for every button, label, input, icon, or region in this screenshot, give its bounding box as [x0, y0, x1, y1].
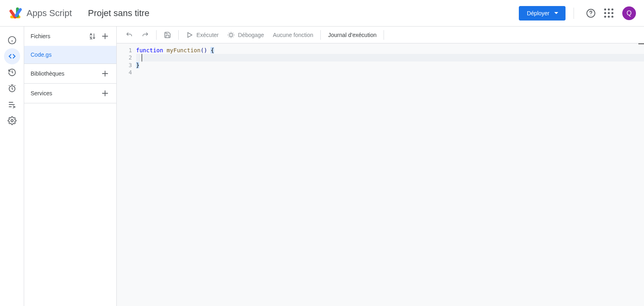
- line-number: 1: [117, 47, 132, 54]
- nav-rail: [0, 27, 24, 306]
- sort-az-icon[interactable]: [86, 30, 99, 43]
- deploy-label: Déployer: [527, 10, 549, 16]
- services-label: Services: [31, 90, 99, 97]
- execution-log-button[interactable]: Journal d'exécution: [324, 29, 380, 41]
- sidebar: Fichiers Code.gs Bibliothèques: [24, 27, 117, 306]
- apps-script-logo-icon: [8, 6, 23, 21]
- project-title[interactable]: Projet sans titre: [88, 8, 150, 18]
- rail-triggers-icon[interactable]: [4, 80, 20, 97]
- add-library-icon[interactable]: [99, 67, 111, 80]
- help-icon[interactable]: [586, 8, 596, 18]
- files-label: Fichiers: [31, 33, 86, 39]
- no-function-label: Aucune fonction: [273, 32, 313, 38]
- rail-editor-icon[interactable]: [4, 48, 20, 64]
- files-section-header: Fichiers: [24, 27, 116, 46]
- svg-point-5: [590, 15, 591, 16]
- rail-executions-icon[interactable]: [4, 97, 20, 113]
- separator: [178, 30, 179, 40]
- line-number: 4: [117, 69, 132, 76]
- function-selector[interactable]: Aucune fonction: [269, 29, 317, 41]
- main-area: Exécuter Débogage Aucune fonction Journa…: [117, 27, 644, 306]
- add-file-icon[interactable]: [99, 30, 111, 43]
- deploy-button[interactable]: Déployer: [519, 6, 566, 21]
- line-number: 3: [117, 62, 132, 69]
- separator: [320, 30, 321, 40]
- code-content[interactable]: function myFunction() { }: [136, 43, 644, 306]
- text-cursor: [142, 54, 142, 61]
- dropdown-triangle-icon: [554, 12, 558, 14]
- editor-toolbar: Exécuter Débogage Aucune fonction Journa…: [117, 27, 644, 43]
- file-code-gs[interactable]: Code.gs: [24, 46, 116, 64]
- svg-point-21: [230, 33, 233, 37]
- file-name: Code.gs: [31, 51, 52, 58]
- svg-point-13: [11, 119, 13, 122]
- add-service-icon[interactable]: [99, 87, 111, 100]
- services-section-header: Services: [24, 84, 116, 103]
- avatar-initial: Q: [627, 10, 632, 17]
- undo-button[interactable]: [122, 29, 137, 41]
- run-label: Exécuter: [196, 32, 219, 38]
- rail-history-icon[interactable]: [4, 64, 20, 80]
- debug-button[interactable]: Débogage: [223, 29, 268, 41]
- app-header: Apps Script Projet sans titre Déployer Q: [0, 0, 644, 27]
- svg-marker-20: [188, 33, 192, 37]
- line-number: 2: [117, 54, 132, 61]
- libraries-section-header: Bibliothèques: [24, 64, 116, 83]
- rail-settings-icon[interactable]: [4, 113, 20, 129]
- account-avatar[interactable]: Q: [622, 6, 636, 20]
- current-line-highlight: [136, 54, 644, 61]
- logo-group[interactable]: Apps Script: [8, 6, 72, 21]
- exec-log-label: Journal d'exécution: [328, 32, 376, 38]
- minimap-marker: [638, 43, 644, 44]
- code-line: [136, 69, 644, 76]
- separator: [156, 30, 157, 40]
- code-line: }: [136, 62, 644, 69]
- libraries-label: Bibliothèques: [31, 70, 99, 77]
- separator: [384, 30, 384, 40]
- code-line: function myFunction() {: [136, 47, 644, 54]
- redo-button[interactable]: [138, 29, 153, 41]
- run-button[interactable]: Exécuter: [182, 29, 223, 41]
- code-editor[interactable]: 1 2 3 4 function myFunction() { }: [117, 43, 644, 306]
- rail-overview-icon[interactable]: [4, 32, 20, 48]
- divider: [574, 8, 574, 19]
- app-name: Apps Script: [27, 8, 72, 18]
- line-gutter: 1 2 3 4: [117, 43, 136, 306]
- google-apps-icon[interactable]: [604, 8, 613, 18]
- save-button[interactable]: [160, 29, 175, 41]
- debug-label: Débogage: [238, 32, 264, 38]
